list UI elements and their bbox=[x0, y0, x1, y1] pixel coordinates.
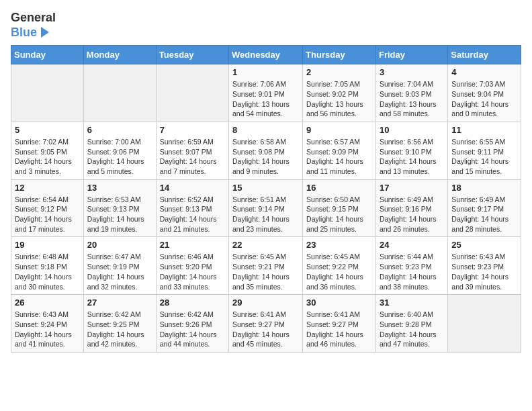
day-info: Sunrise: 6:49 AMSunset: 9:16 PMDaylight:… bbox=[380, 195, 444, 234]
day-info: Sunrise: 7:05 AMSunset: 9:02 PMDaylight:… bbox=[306, 79, 372, 119]
day-number: 21 bbox=[160, 240, 225, 250]
day-info: Sunrise: 6:40 AMSunset: 9:28 PMDaylight:… bbox=[380, 310, 444, 349]
day-info: Sunrise: 6:54 AMSunset: 9:12 PMDaylight:… bbox=[15, 195, 80, 234]
day-number: 19 bbox=[15, 240, 80, 250]
day-info: Sunrise: 6:53 AMSunset: 9:13 PMDaylight:… bbox=[87, 195, 152, 234]
day-info: Sunrise: 6:43 AMSunset: 9:24 PMDaylight:… bbox=[15, 310, 80, 349]
day-number: 4 bbox=[451, 67, 517, 77]
calendar-cell: 29Sunrise: 6:41 AMSunset: 9:27 PMDayligh… bbox=[229, 295, 303, 353]
day-number: 15 bbox=[232, 183, 299, 193]
day-info: Sunrise: 6:45 AMSunset: 9:21 PMDaylight:… bbox=[232, 252, 299, 291]
calendar-cell: 1Sunrise: 7:06 AMSunset: 9:01 PMDaylight… bbox=[229, 64, 303, 122]
day-info: Sunrise: 6:56 AMSunset: 9:10 PMDaylight:… bbox=[380, 137, 444, 177]
day-info: Sunrise: 6:43 AMSunset: 9:23 PMDaylight:… bbox=[451, 252, 517, 291]
day-number: 7 bbox=[160, 125, 225, 135]
day-info: Sunrise: 6:41 AMSunset: 9:27 PMDaylight:… bbox=[306, 310, 372, 349]
day-info: Sunrise: 6:52 AMSunset: 9:13 PMDaylight:… bbox=[160, 195, 225, 234]
day-info: Sunrise: 6:49 AMSunset: 9:17 PMDaylight:… bbox=[451, 195, 517, 234]
day-info: Sunrise: 6:47 AMSunset: 9:19 PMDaylight:… bbox=[87, 252, 152, 291]
day-info: Sunrise: 7:03 AMSunset: 9:04 PMDaylight:… bbox=[451, 79, 517, 119]
calendar-cell: 15Sunrise: 6:51 AMSunset: 9:14 PMDayligh… bbox=[229, 179, 303, 237]
day-of-week-header: Tuesday bbox=[156, 46, 228, 64]
calendar-cell bbox=[156, 64, 228, 122]
day-number: 8 bbox=[232, 125, 299, 135]
calendar-cell: 9Sunrise: 6:57 AMSunset: 9:09 PMDaylight… bbox=[303, 122, 376, 179]
page-header: GeneralBlue bbox=[11, 11, 521, 40]
calendar-cell: 19Sunrise: 6:48 AMSunset: 9:18 PMDayligh… bbox=[11, 237, 84, 295]
day-info: Sunrise: 7:00 AMSunset: 9:06 PMDaylight:… bbox=[87, 137, 152, 177]
calendar-cell: 4Sunrise: 7:03 AMSunset: 9:04 PMDaylight… bbox=[448, 64, 521, 122]
calendar-cell: 8Sunrise: 6:58 AMSunset: 9:08 PMDaylight… bbox=[229, 122, 303, 179]
day-info: Sunrise: 7:04 AMSunset: 9:03 PMDaylight:… bbox=[380, 79, 444, 119]
day-info: Sunrise: 6:44 AMSunset: 9:23 PMDaylight:… bbox=[380, 252, 444, 291]
calendar-cell: 12Sunrise: 6:54 AMSunset: 9:12 PMDayligh… bbox=[11, 179, 84, 237]
day-number: 22 bbox=[232, 240, 299, 250]
calendar-cell: 5Sunrise: 7:02 AMSunset: 9:05 PMDaylight… bbox=[11, 122, 84, 179]
day-number: 11 bbox=[451, 125, 517, 135]
day-of-week-header: Saturday bbox=[448, 46, 521, 64]
calendar-cell: 20Sunrise: 6:47 AMSunset: 9:19 PMDayligh… bbox=[83, 237, 156, 295]
calendar-cell: 2Sunrise: 7:05 AMSunset: 9:02 PMDaylight… bbox=[303, 64, 376, 122]
calendar-cell: 6Sunrise: 7:00 AMSunset: 9:06 PMDaylight… bbox=[83, 122, 156, 179]
calendar-cell: 28Sunrise: 6:42 AMSunset: 9:26 PMDayligh… bbox=[156, 295, 228, 353]
day-info: Sunrise: 6:48 AMSunset: 9:18 PMDaylight:… bbox=[15, 252, 80, 291]
calendar-cell: 25Sunrise: 6:43 AMSunset: 9:23 PMDayligh… bbox=[448, 237, 521, 295]
day-number: 23 bbox=[306, 240, 372, 250]
logo: GeneralBlue bbox=[11, 11, 56, 40]
day-of-week-header: Friday bbox=[375, 46, 447, 64]
day-info: Sunrise: 6:46 AMSunset: 9:20 PMDaylight:… bbox=[160, 252, 225, 291]
calendar-cell: 24Sunrise: 6:44 AMSunset: 9:23 PMDayligh… bbox=[375, 237, 447, 295]
day-info: Sunrise: 6:55 AMSunset: 9:11 PMDaylight:… bbox=[451, 137, 517, 177]
day-number: 9 bbox=[306, 125, 372, 135]
day-number: 3 bbox=[380, 67, 444, 77]
calendar-cell: 10Sunrise: 6:56 AMSunset: 9:10 PMDayligh… bbox=[375, 122, 447, 179]
day-number: 26 bbox=[15, 298, 80, 308]
calendar-cell: 22Sunrise: 6:45 AMSunset: 9:21 PMDayligh… bbox=[229, 237, 303, 295]
calendar-cell bbox=[83, 64, 156, 122]
calendar-cell: 23Sunrise: 6:45 AMSunset: 9:22 PMDayligh… bbox=[303, 237, 376, 295]
day-number: 13 bbox=[87, 183, 152, 193]
calendar-table: SundayMondayTuesdayWednesdayThursdayFrid… bbox=[11, 45, 521, 353]
day-info: Sunrise: 6:59 AMSunset: 9:07 PMDaylight:… bbox=[160, 137, 225, 177]
day-info: Sunrise: 6:41 AMSunset: 9:27 PMDaylight:… bbox=[232, 310, 299, 349]
calendar-cell bbox=[11, 64, 84, 122]
calendar-cell bbox=[448, 295, 521, 353]
calendar-cell: 16Sunrise: 6:50 AMSunset: 9:15 PMDayligh… bbox=[303, 179, 376, 237]
day-info: Sunrise: 6:50 AMSunset: 9:15 PMDaylight:… bbox=[306, 195, 372, 234]
calendar-cell: 14Sunrise: 6:52 AMSunset: 9:13 PMDayligh… bbox=[156, 179, 228, 237]
day-number: 30 bbox=[306, 298, 372, 308]
day-number: 1 bbox=[232, 67, 299, 77]
calendar-cell: 18Sunrise: 6:49 AMSunset: 9:17 PMDayligh… bbox=[448, 179, 521, 237]
day-number: 5 bbox=[15, 125, 80, 135]
day-number: 18 bbox=[451, 183, 517, 193]
calendar-cell: 27Sunrise: 6:42 AMSunset: 9:25 PMDayligh… bbox=[83, 295, 156, 353]
day-info: Sunrise: 6:42 AMSunset: 9:26 PMDaylight:… bbox=[160, 310, 225, 349]
day-of-week-header: Thursday bbox=[303, 46, 376, 64]
calendar-cell: 21Sunrise: 6:46 AMSunset: 9:20 PMDayligh… bbox=[156, 237, 228, 295]
day-number: 24 bbox=[380, 240, 444, 250]
day-number: 20 bbox=[87, 240, 152, 250]
day-info: Sunrise: 6:51 AMSunset: 9:14 PMDaylight:… bbox=[232, 195, 299, 234]
day-number: 14 bbox=[160, 183, 225, 193]
day-info: Sunrise: 6:57 AMSunset: 9:09 PMDaylight:… bbox=[306, 137, 372, 177]
day-number: 27 bbox=[87, 298, 152, 308]
day-info: Sunrise: 6:58 AMSunset: 9:08 PMDaylight:… bbox=[232, 137, 299, 177]
calendar-cell: 13Sunrise: 6:53 AMSunset: 9:13 PMDayligh… bbox=[83, 179, 156, 237]
day-info: Sunrise: 6:42 AMSunset: 9:25 PMDaylight:… bbox=[87, 310, 152, 349]
calendar-cell: 7Sunrise: 6:59 AMSunset: 9:07 PMDaylight… bbox=[156, 122, 228, 179]
day-of-week-header: Monday bbox=[83, 46, 156, 64]
day-number: 25 bbox=[451, 240, 517, 250]
day-info: Sunrise: 7:02 AMSunset: 9:05 PMDaylight:… bbox=[15, 137, 80, 177]
day-of-week-header: Sunday bbox=[11, 46, 84, 64]
day-info: Sunrise: 7:06 AMSunset: 9:01 PMDaylight:… bbox=[232, 79, 299, 119]
day-number: 28 bbox=[160, 298, 225, 308]
day-number: 31 bbox=[380, 298, 444, 308]
calendar-cell: 30Sunrise: 6:41 AMSunset: 9:27 PMDayligh… bbox=[303, 295, 376, 353]
calendar-cell: 17Sunrise: 6:49 AMSunset: 9:16 PMDayligh… bbox=[375, 179, 447, 237]
day-number: 17 bbox=[380, 183, 444, 193]
calendar-cell: 11Sunrise: 6:55 AMSunset: 9:11 PMDayligh… bbox=[448, 122, 521, 179]
day-number: 29 bbox=[232, 298, 299, 308]
day-number: 6 bbox=[87, 125, 152, 135]
day-number: 16 bbox=[306, 183, 372, 193]
day-number: 12 bbox=[15, 183, 80, 193]
